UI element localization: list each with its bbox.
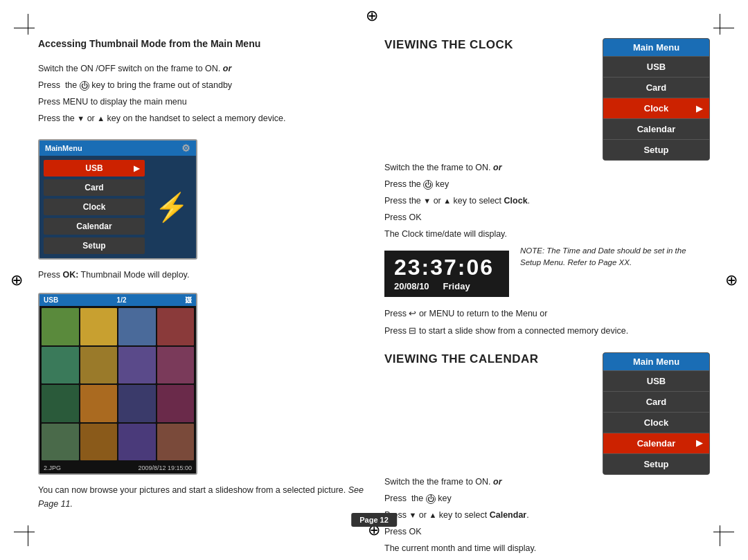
thumb-13 [42, 424, 79, 461]
page-badge: Page 12 [351, 513, 397, 527]
clock-menu-widget: Main Menu USB Card Clock ▶ Calendar Setu… [603, 38, 710, 161]
right-column: VIEWING THE CLOCK Main Menu USB Card Clo… [384, 38, 710, 522]
menu-item-usb: USB ▶ [44, 160, 145, 177]
ok-text: Press OK: Thumbnail Mode will deploy. [38, 268, 364, 282]
clock-date-row: 20/08/10 Friday [394, 281, 499, 291]
thumb-footer: 2.JPG 2009/8/12 19:15:00 [39, 462, 196, 473]
calendar-arrow: ▶ [696, 438, 702, 448]
thumb-9 [42, 385, 79, 422]
thumb-10 [80, 385, 118, 422]
crop-mark-bl-h [14, 532, 35, 532]
clock-title-area: VIEWING THE CLOCK [384, 38, 591, 56]
clock-note: NOTE: The Time and Date should be set in… [520, 245, 686, 269]
left-column: Accessing Thumbnail Mode from the Main M… [38, 38, 364, 522]
screenshot-inner: USB ▶ Card Clock Calendar Setup ⚡ [39, 156, 196, 258]
calendar-menu-clock: Clock [603, 412, 709, 433]
return-icon-2: ↩ [409, 558, 416, 560]
clock-menu-calendar: Calendar [603, 118, 709, 139]
screenshot-image-col: ⚡ [148, 156, 196, 258]
return-icon: ↩ [409, 307, 416, 321]
thumbnail-screenshot: USB 1/2 🖼 [38, 293, 197, 475]
crop-mark-tr-h [713, 28, 734, 28]
thumb-header-right: 1/2 [117, 296, 127, 304]
clock-header-row: VIEWING THE CLOCK Main Menu USB Card Clo… [384, 38, 710, 161]
usb-arrow: ▶ [134, 164, 139, 173]
menu-item-setup: Setup [44, 237, 145, 254]
clock-menu-card: Card [603, 77, 709, 98]
thumb-3 [118, 308, 156, 345]
page-content: Accessing Thumbnail Mode from the Main M… [38, 38, 710, 522]
calendar-menu-usb: USB [603, 370, 709, 391]
thumb-1 [42, 308, 79, 345]
screenshot-title: MainMenu [45, 144, 82, 152]
clock-section: VIEWING THE CLOCK Main Menu USB Card Clo… [384, 38, 710, 341]
thumb-header: USB 1/2 🖼 [39, 294, 196, 306]
menu-item-clock: Clock [44, 199, 145, 215]
calendar-menu-widget: Main Menu USB Card Clock Calendar ▶ Setu… [603, 352, 710, 475]
thumb-grid [39, 306, 196, 462]
thumb-5 [42, 347, 79, 384]
crop-mark-tr-v [720, 14, 720, 35]
crosshair-left [10, 271, 23, 289]
clock-arrow: ▶ [696, 104, 702, 114]
calendar-title-area: VIEWING THE CALENDAR [384, 352, 591, 370]
thumb-8 [157, 347, 195, 384]
thumb-header-left: USB [44, 296, 58, 304]
clock-date: 20/08/10 [394, 281, 429, 291]
clock-menu-clock: Clock ▶ [603, 98, 709, 118]
calendar-menu-card: Card [603, 391, 709, 412]
clock-menu-setup: Setup [603, 139, 709, 160]
left-section-body: Switch the ON /OFF switch on the frame t… [38, 62, 364, 128]
thumb-15 [118, 424, 156, 461]
calendar-header-row: VIEWING THE CALENDAR Main Menu USB Card … [384, 352, 710, 475]
thumb-footer-right: 2009/8/12 19:15:00 [138, 464, 192, 471]
crop-mark-br-h [713, 532, 734, 532]
screenshot-header: MainMenu ⚙ [39, 141, 196, 156]
clock-note-row: 23:37:06 20/08/10 Friday NOTE: The Time … [384, 245, 710, 302]
left-section-title: Accessing Thumbnail Mode from the Main M… [38, 38, 364, 53]
clock-display: 23:37:06 20/08/10 Friday [384, 251, 509, 297]
clock-time: 23:37:06 [394, 256, 499, 278]
clock-day: Friday [443, 281, 470, 291]
crop-mark-tl-h [14, 28, 35, 28]
browse-text: You can now browse your pictures and sta… [38, 483, 364, 511]
thumb-footer-left: 2.JPG [44, 464, 61, 471]
calendar-section: VIEWING THE CALENDAR Main Menu USB Card … [384, 352, 710, 560]
calendar-menu-header: Main Menu [603, 353, 709, 370]
thumb-12 [157, 385, 195, 422]
slideshow-icon: ⊟ [409, 324, 416, 338]
main-menu-screenshot: MainMenu ⚙ USB ▶ Card Clock Calendar Set… [38, 139, 197, 260]
clock-menu-usb: USB [603, 56, 709, 77]
calendar-menu-calendar: Calendar ▶ [603, 433, 709, 453]
crop-mark-br-v [720, 525, 720, 546]
crop-mark-bl-v [28, 525, 28, 546]
calendar-menu-setup: Setup [603, 453, 709, 474]
thumb-4 [157, 308, 195, 345]
clock-menu-header: Main Menu [603, 39, 709, 56]
thumb-2 [80, 308, 118, 345]
thumb-6 [80, 347, 118, 384]
menu-item-calendar: Calendar [44, 218, 145, 235]
thumb-7 [118, 347, 156, 384]
thumb-16 [157, 424, 195, 461]
usb-icon: ⚡ [154, 191, 189, 224]
screenshot-menu-col: USB ▶ Card Clock Calendar Setup [39, 156, 148, 258]
thumb-icon: 🖼 [185, 296, 192, 304]
crosshair-top [366, 7, 382, 24]
screenshot-icon: ⚙ [181, 143, 190, 154]
thumb-14 [80, 424, 118, 461]
clock-title: VIEWING THE CLOCK [384, 38, 591, 52]
crop-mark-tl-v [28, 14, 28, 35]
thumb-11 [118, 385, 156, 422]
crosshair-right [725, 271, 738, 289]
calendar-title: VIEWING THE CALENDAR [384, 352, 591, 366]
menu-item-card: Card [44, 179, 145, 196]
